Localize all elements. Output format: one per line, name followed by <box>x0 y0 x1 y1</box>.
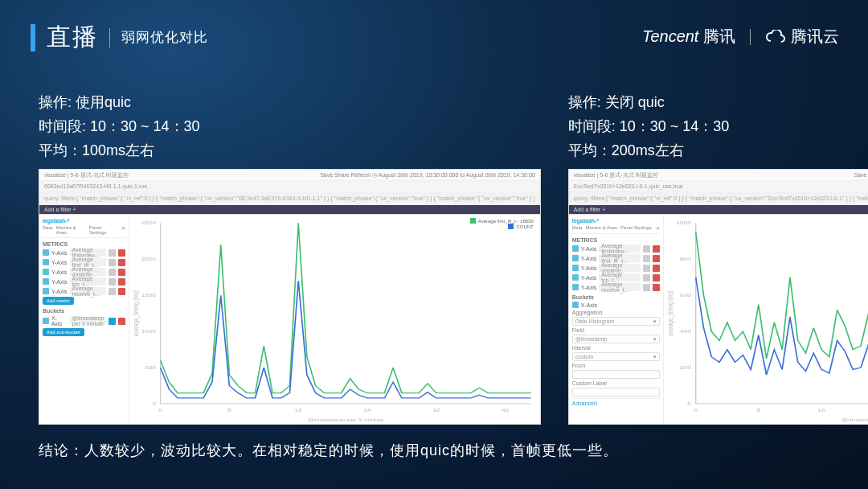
divider-icon <box>750 29 751 45</box>
panel-quic-off: 操作: 关闭 quic 时间段: 10：30 ~ 14：30 平均：200ms左… <box>568 90 868 425</box>
config-sidebar: legstash-* Data Metrics & Axes Panel Set… <box>569 215 664 424</box>
agg-select[interactable]: Date Histogram▾ <box>572 317 660 326</box>
metrics-heading: METRICS <box>43 241 125 247</box>
caption-op: 操作: 使用quic <box>39 90 541 114</box>
buckets-heading: Buckets <box>43 308 125 314</box>
svg-text:32: 32 <box>432 407 440 413</box>
chart-area: Average first_ifr_t - 18030 COUNT 050010… <box>129 215 540 424</box>
breadcrumb: visualize | 5-6 形式-光式 时延监控 <box>44 171 129 179</box>
sidebar-tabs[interactable]: Data Metrics & Axes Panel Settings ✕ <box>43 225 125 238</box>
svg-text:400: 400 <box>680 328 691 335</box>
index-pattern[interactable]: legstash-* <box>572 218 660 224</box>
metric-row[interactable]: Y-AxisAverage first_ifr_t... <box>43 258 125 266</box>
svg-text:0: 0 <box>153 401 157 407</box>
slide-header: 直播 弱网优化对比 <box>31 21 208 54</box>
svg-text:16: 16 <box>817 408 825 414</box>
page-title: 直播 <box>47 21 98 54</box>
query-bar[interactable]: query: filters:{ "match_phrase":{ "rc_re… <box>569 192 868 205</box>
svg-text:40: 40 <box>502 407 509 413</box>
svg-text:@timestamp per 3 minute: @timestamp per 3 minute <box>308 417 384 423</box>
accent-bar-icon <box>31 24 35 51</box>
agg-label: Aggregation <box>572 310 660 315</box>
metric-row[interactable]: Y-AxisAverage receive_t... <box>43 287 125 295</box>
caption-time: 时间段: 10：30 ~ 14：30 <box>568 114 868 138</box>
metric-row[interactable]: Y-AxisAverage receive_t... <box>572 283 660 291</box>
svg-text:2000: 2000 <box>141 256 156 262</box>
page-subtitle: 弱网优化对比 <box>121 28 208 47</box>
metrics-heading: METRICS <box>572 237 660 243</box>
chart-area: Average first_ifr_t - 18030 COUNT 020040… <box>664 215 868 424</box>
index-pattern[interactable]: legstash-* <box>43 218 125 224</box>
svg-text:2500: 2500 <box>141 220 156 227</box>
divider-icon <box>109 28 110 47</box>
metric-row[interactable]: Y-AxisAverage tcp_t... <box>43 277 125 286</box>
svg-text:1500: 1500 <box>141 292 156 298</box>
line-chart: 050010001500200025000816243240@timestamp… <box>129 215 540 424</box>
svg-text:24: 24 <box>363 407 371 413</box>
metric-row[interactable]: Y-AxisAverage firstvideo... <box>43 249 125 257</box>
from-input[interactable] <box>572 370 660 379</box>
svg-text:0: 0 <box>158 407 162 413</box>
panel-quic-on: 操作: 使用quic 时间段: 10：30 ~ 14：30 平均：100ms左右… <box>39 90 541 425</box>
custom-input[interactable] <box>572 388 660 397</box>
add-bucket-button[interactable]: Add sub-bucket <box>43 328 84 336</box>
metric-row[interactable]: Y-AxisAverage tcp_t... <box>572 273 660 281</box>
svg-text:800: 800 <box>680 257 691 263</box>
field-label: Field <box>572 327 660 333</box>
caption-avg: 平均：100ms左右 <box>39 138 541 162</box>
query-bar[interactable]: query: filters:{ "match_phrase":{ "rc_re… <box>39 192 540 205</box>
line-chart: 020040060080010000816243240@timestamp pe… <box>664 215 868 424</box>
svg-text:8: 8 <box>756 408 760 414</box>
brand-logos: Tencent 腾讯 腾讯云 <box>642 26 839 47</box>
bucket-row[interactable]: X-Axis <box>572 302 660 308</box>
bucket-row[interactable]: X-Axis@timestamp per 3 minute <box>43 315 125 327</box>
breadcrumb: visualize | 5-6 形式-光式 时延监控 <box>574 171 658 179</box>
metric-row[interactable]: Y-AxisAverage dnstime... <box>43 268 125 276</box>
config-sidebar: legstash-* Data Metrics & Axes Panel Set… <box>39 215 129 424</box>
panel-caption: 操作: 关闭 quic 时间段: 10：30 ~ 14：30 平均：200ms左… <box>568 90 868 162</box>
svg-text:500: 500 <box>145 364 156 371</box>
field-select[interactable]: @timestamp▾ <box>572 335 660 343</box>
kibana-dashboard: visualize | 5-6 形式-光式 时延监控 Save Share Re… <box>568 169 868 425</box>
svg-text:8: 8 <box>227 407 231 413</box>
metric-row[interactable]: Y-AxisAverage first_ifr_t... <box>572 254 660 262</box>
conclusion-text: 结论：人数较少，波动比较大。在相对稳定的时候，使用quic的时候，首帧更低一些。 <box>39 441 618 460</box>
add-metric-button[interactable]: Add metric <box>43 297 74 305</box>
svg-text:@timestamp per 3 minute: @timestamp per 3 minute <box>841 417 868 423</box>
svg-text:0: 0 <box>687 401 691 407</box>
svg-text:200: 200 <box>680 364 691 371</box>
custom-label: Custom Label <box>572 380 660 386</box>
svg-text:16: 16 <box>295 407 302 413</box>
toolbar-right[interactable]: Save Share Refresh ◷ August 26th 2019, 1… <box>320 172 535 179</box>
url-bar[interactable]: EcoTestTv2019+12e023-l-0-1,quic_use,true <box>569 181 868 192</box>
tencent-cloud-logo: 腾讯云 <box>765 26 839 47</box>
svg-text:average_timing (ms): average_timing (ms) <box>132 290 140 336</box>
svg-text:600: 600 <box>680 292 691 298</box>
svg-text:0: 0 <box>694 408 698 414</box>
tencent-logo: Tencent 腾讯 <box>642 26 735 47</box>
url-bar[interactable]: 0083ed13a07f5463243-H0-1,1,quic,1,rue <box>39 181 540 192</box>
interval-select[interactable]: custom▾ <box>572 352 660 361</box>
dark-strip: Add a filter + <box>39 205 540 215</box>
toolbar-right[interactable]: Save Share Refresh ◷ August 26th 2019, 1… <box>854 172 868 179</box>
advanced-link[interactable]: Advanced <box>572 398 660 406</box>
dark-strip: Add a filter + <box>569 205 868 215</box>
sidebar-tabs[interactable]: Data Metrics & Axes Panel Settings ✕ <box>572 225 660 234</box>
svg-text:average_timing (ms): average_timing (ms) <box>666 290 674 336</box>
buckets-heading: Buckets <box>572 294 660 300</box>
svg-text:1000: 1000 <box>141 328 156 335</box>
caption-time: 时间段: 10：30 ~ 14：30 <box>39 114 541 138</box>
caption-avg: 平均：200ms左右 <box>568 138 868 162</box>
kibana-dashboard: visualize | 5-6 形式-光式 时延监控 Save Share Re… <box>39 169 541 425</box>
metric-row[interactable]: Y-AxisAverage firstvideo... <box>572 244 660 253</box>
caption-op: 操作: 关闭 quic <box>568 90 868 114</box>
from-label: From <box>572 363 660 368</box>
panel-caption: 操作: 使用quic 时间段: 10：30 ~ 14：30 平均：100ms左右 <box>39 90 541 162</box>
svg-text:1000: 1000 <box>676 220 691 227</box>
interval-label: Interval <box>572 345 660 351</box>
metric-row[interactable]: Y-AxisAverage dnstime... <box>572 264 660 272</box>
